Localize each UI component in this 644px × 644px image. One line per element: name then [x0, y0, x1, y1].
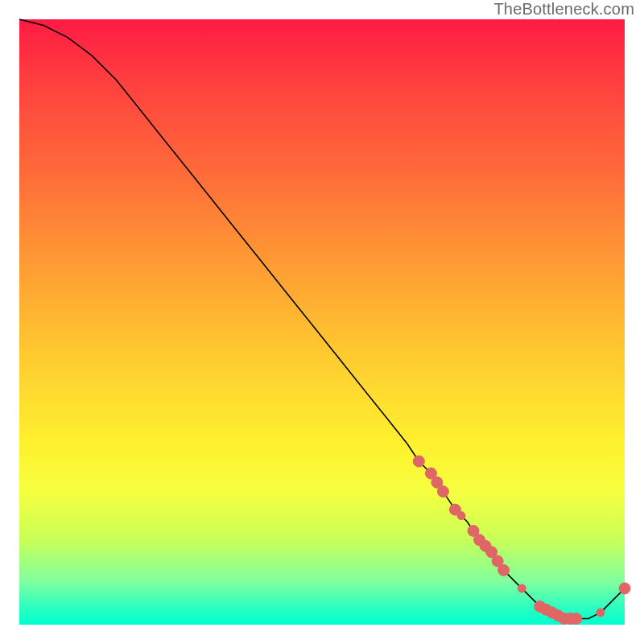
- sample-dot: [571, 613, 582, 625]
- sample-dot: [498, 564, 510, 576]
- bottleneck-curve: [19, 19, 625, 619]
- watermark-text: TheBottleneck.com: [493, 0, 634, 19]
- sample-dots: [413, 456, 630, 625]
- sample-dot: [457, 512, 465, 520]
- sample-dot: [597, 609, 605, 617]
- sample-dot: [518, 584, 526, 592]
- bottleneck-chart: [19, 19, 625, 625]
- sample-dot: [619, 583, 630, 594]
- sample-dot: [413, 456, 424, 467]
- sample-dot: [437, 486, 448, 497]
